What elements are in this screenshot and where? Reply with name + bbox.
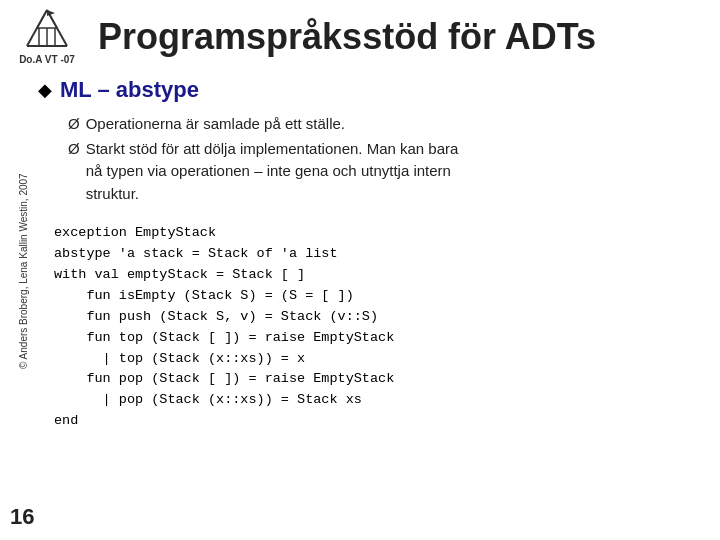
logo-icon — [19, 8, 75, 52]
code-line-3: with val emptyStack = Stack [ ] — [54, 265, 702, 286]
code-line-4: fun isEmpty (Stack S) = (S = [ ]) — [54, 286, 702, 307]
sidebar-label: © Anders Broberg, Lena Kallin Westin, 20… — [18, 173, 29, 369]
header: Do.A VT -07 Programspråksstöd för ADTs — [0, 0, 720, 69]
bullet-item-1: Ø Operationerna är samlade på ett ställe… — [68, 113, 702, 136]
main-content: © Anders Broberg, Lena Kallin Westin, 20… — [0, 69, 720, 537]
section-heading-text: ML – abstype — [60, 77, 199, 103]
code-line-5: fun push (Stack S, v) = Stack (v::S) — [54, 307, 702, 328]
bullet-text-2-line3: struktur. — [86, 185, 139, 202]
sidebar: © Anders Broberg, Lena Kallin Westin, 20… — [0, 69, 28, 537]
bullet-text-1: Operationerna är samlade på ett ställe. — [86, 113, 345, 136]
bullet-item-2: Ø Starkt stöd för att dölja implementati… — [68, 138, 702, 206]
logo-label: Do.A VT -07 — [19, 54, 75, 65]
logo-area: Do.A VT -07 — [12, 8, 82, 65]
svg-line-3 — [37, 10, 47, 28]
content-area: ◆ ML – abstype Ø Operationerna är samlad… — [28, 69, 720, 537]
bullet-text-2-line2: nå typen via operationen – inte gena och… — [86, 162, 451, 179]
code-line-6: fun top (Stack [ ]) = raise EmptyStack — [54, 328, 702, 349]
bullets: Ø Operationerna är samlade på ett ställe… — [68, 113, 702, 207]
bullet-text-2-line1: Starkt stöd för att dölja implementation… — [86, 140, 459, 157]
bullet-text-2: Starkt stöd för att dölja implementation… — [86, 138, 459, 206]
code-line-9: | pop (Stack (x::xs)) = Stack xs — [54, 390, 702, 411]
diamond-bullet-icon: ◆ — [38, 79, 52, 101]
page-number: 16 — [10, 504, 34, 530]
code-line-2: abstype 'a stack = Stack of 'a list — [54, 244, 702, 265]
code-line-10: end — [54, 411, 702, 432]
code-block: exception EmptyStack abstype 'a stack = … — [54, 223, 702, 432]
arrow-icon-2: Ø — [68, 138, 80, 161]
svg-marker-9 — [47, 10, 55, 16]
code-line-1: exception EmptyStack — [54, 223, 702, 244]
code-line-8: fun pop (Stack [ ]) = raise EmptyStack — [54, 369, 702, 390]
page-title: Programspråksstöd för ADTs — [98, 17, 596, 57]
arrow-icon-1: Ø — [68, 113, 80, 136]
code-line-7: | top (Stack (x::xs)) = x — [54, 349, 702, 370]
section-heading: ◆ ML – abstype — [38, 77, 702, 103]
